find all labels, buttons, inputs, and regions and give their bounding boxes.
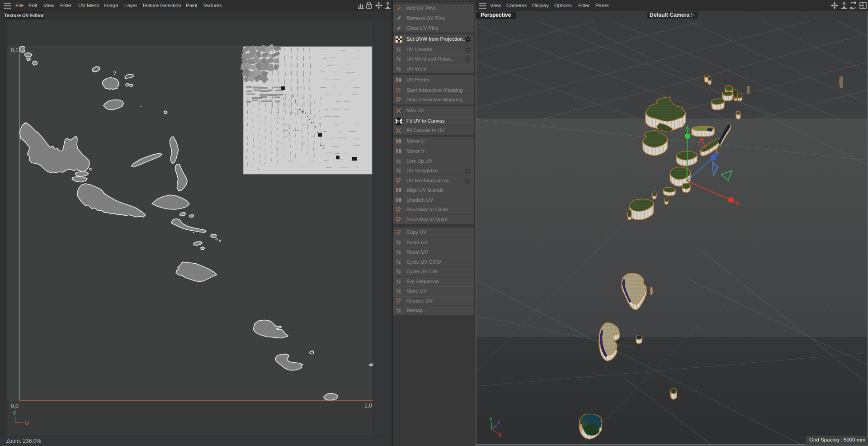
svg-text:0,1: 0,1	[11, 47, 19, 53]
svg-text:0,0: 0,0	[11, 403, 19, 409]
svg-text:Y: Y	[489, 417, 493, 422]
svg-text:U: U	[25, 420, 29, 426]
svg-text:1,0: 1,0	[364, 403, 372, 409]
svg-text:Z: Z	[497, 420, 500, 425]
svg-text:X: X	[498, 432, 502, 438]
svg-text:V: V	[13, 410, 16, 416]
